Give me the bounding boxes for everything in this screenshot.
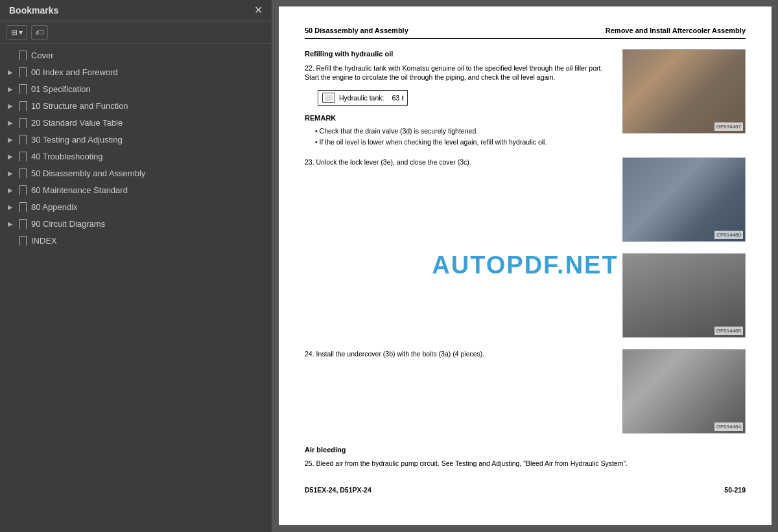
tag-icon: 🏷: [36, 28, 43, 37]
bookmark-icon: [18, 202, 27, 212]
sidebar-item-label: 20 Standard Value Table: [31, 118, 123, 128]
bookmark-icon: [18, 117, 27, 128]
tank-icon: [322, 93, 335, 103]
doc-header: 50 Disassembly and Assembly Remove and I…: [305, 26, 746, 39]
hydraulic-tank-value: 63 ℓ: [392, 93, 403, 103]
step23-text: 23. Unlock the lock lever (3e), and clos…: [305, 157, 615, 247]
bookmarks-list: Cover ▶ 00 Index and Foreword ▶ 01 Speci…: [0, 44, 272, 532]
expand-arrow-icon: ▾: [19, 28, 23, 37]
sidebar-item-index[interactable]: INDEX: [12, 232, 272, 249]
expand-all-icon: ⊞: [11, 28, 18, 37]
hydraulic-tank-box: Hydraulic tank: 63 ℓ: [318, 90, 408, 106]
sidebar-toolbar: ⊞ ▾ 🏷: [0, 21, 272, 44]
image-1: GP034467: [622, 49, 746, 133]
img-label-2: CP014480: [714, 231, 743, 239]
image-column-4: GP034464: [622, 349, 746, 439]
image-2: CP014480: [622, 157, 746, 242]
refilling-text: Refilling with hydraulic oil 22. Refill …: [305, 49, 615, 151]
sidebar-item-label: 80 Appendix: [31, 202, 78, 212]
refilling-heading: Refilling with hydraulic oil: [305, 49, 615, 59]
step-22: 22. Refill the hydraulic tank with Komat…: [305, 64, 615, 82]
sidebar: Bookmarks ✕ ⊞ ▾ 🏷 Cover ▶ 00 Index and F…: [0, 0, 272, 532]
expand-arrow-icon: ▶: [6, 68, 14, 76]
expand-all-button[interactable]: ⊞ ▾: [6, 25, 27, 40]
page-document: AUTOPDF.NET 50 Disassembly and Assembly …: [279, 6, 772, 525]
sidebar-item-label: Cover: [31, 51, 54, 60]
sidebar-header: Bookmarks ✕: [0, 0, 272, 21]
expand-arrow-icon: ▶: [6, 169, 14, 177]
step24-section: 24. Install the undercover (3b) with the…: [305, 349, 746, 439]
bookmark-icon: [18, 151, 27, 161]
expand-arrow-icon: ▶: [6, 220, 14, 227]
bookmark-icon: [18, 235, 27, 246]
img-label-3: GP014468: [714, 327, 743, 335]
sidebar-item-01[interactable]: ▶ 01 Specification: [0, 80, 272, 97]
air-bleeding-section: Air bleeding 25. Bleed air from the hydr…: [305, 445, 746, 468]
img-label-4: GP034464: [714, 422, 743, 431]
sidebar-item-label: 01 Specification: [31, 84, 91, 94]
step23-section: 23. Unlock the lock lever (3e), and clos…: [305, 157, 746, 247]
sidebar-item-00[interactable]: ▶ 00 Index and Foreword: [0, 64, 272, 80]
sidebar-item-label: INDEX: [31, 236, 57, 246]
sidebar-item-90[interactable]: ▶ 90 Circuit Diagrams: [0, 215, 272, 232]
expand-arrow-icon: ▶: [6, 102, 14, 110]
image3-section: GP014468: [305, 253, 746, 343]
remark-title: REMARK: [305, 113, 615, 123]
bookmark-icon: [18, 134, 27, 145]
doc-header-left: 50 Disassembly and Assembly: [305, 26, 408, 36]
sidebar-item-label: 50 Disassembly and Assembly: [31, 168, 145, 178]
sidebar-item-80[interactable]: ▶ 80 Appendix: [0, 198, 272, 215]
sidebar-item-10[interactable]: ▶ 10 Structure and Function: [0, 97, 272, 114]
step-23: 23. Unlock the lock lever (3e), and clos…: [305, 157, 615, 167]
sidebar-item-label: 00 Index and Foreword: [31, 67, 118, 77]
bookmark-icon: [18, 185, 27, 195]
expand-arrow-icon: ▶: [6, 119, 14, 126]
sidebar-item-label: 10 Structure and Function: [31, 101, 128, 111]
step24-text: 24. Install the undercover (3b) with the…: [305, 349, 615, 439]
sidebar-item-40[interactable]: ▶ 40 Troubleshooting: [0, 148, 272, 165]
bookmark-icon: [18, 67, 27, 77]
tag-button[interactable]: 🏷: [31, 25, 48, 40]
footer-left: D51EX-24, D51PX-24: [305, 485, 371, 495]
bookmark-icon: [18, 168, 27, 178]
image-4: GP034464: [622, 349, 746, 434]
air-bleeding-heading: Air bleeding: [305, 445, 746, 455]
doc-footer: D51EX-24, D51PX-24 50-219: [305, 481, 746, 495]
sidebar-item-30[interactable]: ▶ 30 Testing and Adjusting: [0, 131, 272, 148]
sidebar-item-cover[interactable]: Cover: [12, 47, 272, 64]
doc-header-right: Remove and Install Aftercooler Assembly: [606, 26, 746, 36]
remark-bullet-1: Check that the drain valve (3d) is secur…: [315, 126, 615, 136]
expand-arrow-icon: ▶: [6, 135, 14, 143]
remark-bullet-2: If the oil level is lower when checking …: [315, 137, 615, 147]
main-content: AUTOPDF.NET 50 Disassembly and Assembly …: [272, 0, 778, 532]
remark-section: REMARK Check that the drain valve (3d) i…: [305, 113, 615, 147]
expand-arrow-icon: ▶: [6, 152, 14, 160]
step-25: 25. Bleed air from the hydraulic pump ci…: [305, 459, 746, 468]
image3-empty-text: [305, 253, 615, 343]
refilling-section: Refilling with hydraulic oil 22. Refill …: [305, 49, 746, 151]
sidebar-item-label: 90 Circuit Diagrams: [31, 219, 105, 229]
bookmark-icon: [18, 100, 27, 111]
image-column-1: GP034467: [622, 49, 746, 151]
close-button[interactable]: ✕: [254, 5, 263, 16]
sidebar-item-label: 40 Troubleshooting: [31, 152, 103, 161]
sidebar-item-20[interactable]: ▶ 20 Standard Value Table: [0, 114, 272, 131]
image-3: GP014468: [622, 253, 746, 338]
expand-arrow-icon: ▶: [6, 186, 14, 194]
bookmark-icon: [18, 84, 27, 94]
sidebar-item-60[interactable]: ▶ 60 Maintenance Standard: [0, 181, 272, 198]
expand-arrow-icon: ▶: [6, 85, 14, 93]
sidebar-item-50[interactable]: ▶ 50 Disassembly and Assembly: [0, 165, 272, 181]
bookmark-icon: [18, 50, 27, 60]
image-column-3: GP014468: [622, 253, 746, 343]
sidebar-item-label: 30 Testing and Adjusting: [31, 135, 123, 145]
footer-right: 50-219: [724, 485, 746, 495]
step-24: 24. Install the undercover (3b) with the…: [305, 349, 615, 359]
sidebar-item-label: 60 Maintenance Standard: [31, 185, 128, 195]
img-label-1: GP034467: [714, 122, 743, 131]
bookmark-icon: [18, 218, 27, 229]
expand-arrow-icon: ▶: [6, 203, 14, 211]
image-column-2: CP014480: [622, 157, 746, 247]
hydraulic-tank-label: Hydraulic tank:: [339, 93, 384, 103]
sidebar-title: Bookmarks: [9, 5, 58, 16]
